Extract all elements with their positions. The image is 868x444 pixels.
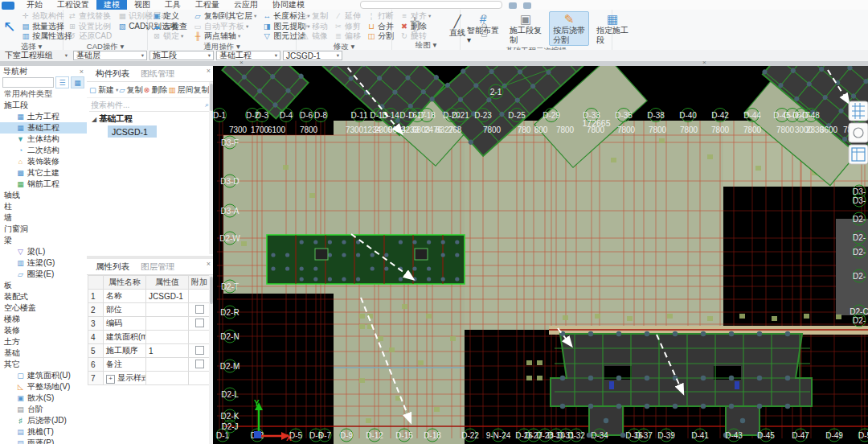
component-item-jcsgd-1[interactable]: JCSGD-1: [108, 125, 157, 138]
ribbon-button-施工段复制[interactable]: ▣施工段复制: [506, 11, 545, 46]
menu-tab-建模[interactable]: 建模: [96, 0, 127, 10]
ribbon-button-打断[interactable]: ¦打断: [366, 11, 395, 22]
close-icon[interactable]: ×: [80, 68, 84, 76]
property-value[interactable]: [146, 358, 189, 372]
help-icon[interactable]: [523, 2, 531, 9]
menu-tab-工程设置[interactable]: 工程设置: [50, 0, 96, 10]
sidebar-item-梁[interactable]: 梁: [0, 235, 87, 246]
component-group-row[interactable]: ◢ 基础工程: [87, 113, 213, 125]
sidebar-item-散水-S-[interactable]: ▣散水(S): [0, 393, 87, 404]
ribbon-button-指定施工段[interactable]: ▦指定施工段: [593, 11, 632, 46]
sidebar-item-其它[interactable]: 其它: [0, 359, 87, 370]
property-value[interactable]: [146, 331, 189, 344]
sidebar-item-墙[interactable]: 墙: [0, 212, 87, 224]
sidebar-item-空心楼盖[interactable]: 空心楼盖: [0, 302, 87, 314]
sidebar-item-装配式[interactable]: 装配式: [0, 291, 87, 302]
expander-icon[interactable]: ◢: [92, 116, 96, 123]
grid-tool-button[interactable]: [849, 101, 868, 121]
menu-tab-工具[interactable]: 工具: [158, 0, 188, 10]
attach-checkbox[interactable]: [195, 346, 204, 355]
component-tool-复制[interactable]: ▱复制: [119, 84, 142, 96]
component-search-input[interactable]: 搜索构件... ⌕: [89, 99, 211, 112]
combo-施工段[interactable]: 施工段▾: [149, 51, 214, 60]
sidebar-item-柱[interactable]: 柱: [0, 201, 87, 212]
property-value[interactable]: [146, 372, 189, 385]
sidebar-item-建筑面积-U-[interactable]: ▢建筑面积(U): [0, 370, 87, 381]
ribbon-button-复制到其它层[interactable]: ▱复制到其它层▾: [192, 11, 257, 22]
sidebar-item-基础[interactable]: 基础: [0, 347, 87, 359]
sidebar-item-装饰装修[interactable]: ⌂装饰装修: [0, 156, 87, 167]
ribbon-button-分割[interactable]: ◫分割: [366, 31, 395, 42]
ribbon-button-设置比例[interactable]: ⊞设置比例: [67, 22, 113, 32]
sidebar-item-土方工程[interactable]: ▦土方工程: [0, 111, 87, 122]
close-icon[interactable]: ×: [207, 260, 211, 268]
property-value[interactable]: [146, 303, 189, 317]
ribbon-button-点[interactable]: ✛点: [395, 11, 434, 40]
account-icon[interactable]: [509, 2, 517, 9]
sidebar-item-基础工程[interactable]: ▦基础工程: [0, 122, 87, 134]
ribbon-button-智能布置[interactable]: #智能布置 ▾: [464, 11, 502, 46]
attach-checkbox[interactable]: [195, 319, 204, 327]
menu-tab-开始[interactable]: 开始: [19, 0, 50, 10]
ribbon-button-锁定[interactable]: ⊠锁定▾: [151, 31, 188, 42]
sidebar-item-其它土建[interactable]: ▩其它土建: [0, 167, 87, 179]
sidebar-item-平整场地-V-[interactable]: ◺平整场地(V): [0, 381, 87, 393]
ribbon-button-延伸[interactable]: ∕延伸: [333, 11, 362, 22]
sidebar-item-板[interactable]: 板: [0, 280, 87, 291]
ribbon-button-修剪[interactable]: ✂修剪: [333, 22, 362, 32]
cad-drawing[interactable]: D-1D-2D-3D-4D-6D-8D-11D-13D-14D-16D-17D-…: [213, 66, 868, 444]
component-tool-层间复制[interactable]: ▥层间复制: [169, 84, 210, 96]
ribbon-button-复制[interactable]: ▱复制: [300, 11, 329, 22]
sidebar-item-二次结构[interactable]: ◔二次结构: [0, 145, 87, 156]
sidebar-item-连梁-G-[interactable]: ▥连梁(G): [0, 257, 87, 269]
ribbon-button-合并[interactable]: ⊔合并: [366, 22, 395, 32]
select-tool-button[interactable]: ↖: [3, 11, 16, 42]
ribbon-button-定义[interactable]: ▣定义: [151, 11, 188, 22]
ribbon-button-自动平齐板[interactable]: ▭自动平齐板▾: [192, 22, 257, 32]
tab-drawing-management[interactable]: 图纸管理: [135, 67, 180, 81]
property-value[interactable]: 1: [146, 344, 189, 358]
sidebar-item-轴线[interactable]: 轴线: [0, 190, 87, 201]
ribbon-button-两点辅轴[interactable]: ╫两点辅轴▾: [192, 31, 257, 42]
sidebar-item-雨蓬-P-[interactable]: ▤雨蓬(P): [0, 438, 87, 444]
component-tool-新建[interactable]: ▢新建▾: [89, 84, 118, 96]
circle-tool-button[interactable]: [849, 123, 868, 142]
cad-canvas[interactable]: D-1D-2D-3D-4D-6D-8D-11D-13D-14D-16D-17D-…: [213, 66, 868, 444]
menu-tab-协同建模[interactable]: 协同建模: [265, 0, 312, 10]
sidebar-item-装修[interactable]: 装修: [0, 325, 87, 336]
ribbon-button-云检查[interactable]: ☁云检查: [151, 22, 188, 32]
menu-tab-视图[interactable]: 视图: [127, 0, 158, 10]
component-tool-删除[interactable]: ⊗删除: [144, 84, 168, 96]
sidebar-item-施工段[interactable]: 施工段: [0, 100, 87, 111]
table-tool-button[interactable]: [849, 145, 868, 164]
property-value[interactable]: JCSGD-1: [146, 290, 189, 303]
sidebar-item-门窗洞[interactable]: 门窗洞: [0, 224, 87, 235]
tab-property-list[interactable]: 属性列表: [90, 260, 135, 274]
combo-下室工程班组[interactable]: 下室工程班组▾: [2, 51, 71, 60]
ribbon-button-移动[interactable]: ✚移动: [300, 22, 329, 32]
attach-checkbox[interactable]: [195, 305, 204, 314]
ribbon-button-还原CAD[interactable]: ↺还原CAD: [67, 31, 113, 42]
property-value[interactable]: [146, 317, 189, 331]
menubar-search-input[interactable]: [360, 1, 502, 9]
tab-component-list[interactable]: 构件列表: [90, 67, 135, 81]
selected-construction-segment[interactable]: [267, 235, 465, 284]
combo-基础层[interactable]: 基础层▾: [73, 51, 147, 60]
ribbon-button-偏移[interactable]: ≣偏移: [333, 31, 362, 42]
combo-JCSGD-1[interactable]: JCSGD-1▾: [283, 51, 342, 60]
sidebar-item-台阶[interactable]: ▤台阶: [0, 404, 87, 415]
sidebar-item-主体结构[interactable]: ▼主体结构: [0, 134, 87, 145]
ribbon-button-镜像[interactable]: ◭镜像: [300, 31, 329, 42]
ribbon-button-按后浇带分割[interactable]: ✎按后浇带分割: [549, 11, 589, 46]
menu-tab-工程量[interactable]: 工程量: [188, 0, 227, 10]
attach-checkbox[interactable]: [195, 360, 204, 368]
navigator-filter-select[interactable]: [2, 77, 54, 88]
sidebar-item-土方[interactable]: 土方: [0, 336, 87, 347]
combo-基础工程[interactable]: 基础工程▾: [216, 51, 280, 60]
sidebar-item-挑檐-T-[interactable]: ▤挑檐(T): [0, 426, 87, 438]
sidebar-item-后浇带-JD-[interactable]: ♯后浇带(JD): [0, 415, 87, 426]
close-icon[interactable]: ×: [207, 67, 211, 75]
tab-layer-management[interactable]: 图层管理: [135, 260, 180, 274]
sidebar-item-楼梯[interactable]: 楼梯: [0, 314, 87, 325]
ribbon-group-label[interactable]: 绘图 ▾: [392, 40, 460, 50]
